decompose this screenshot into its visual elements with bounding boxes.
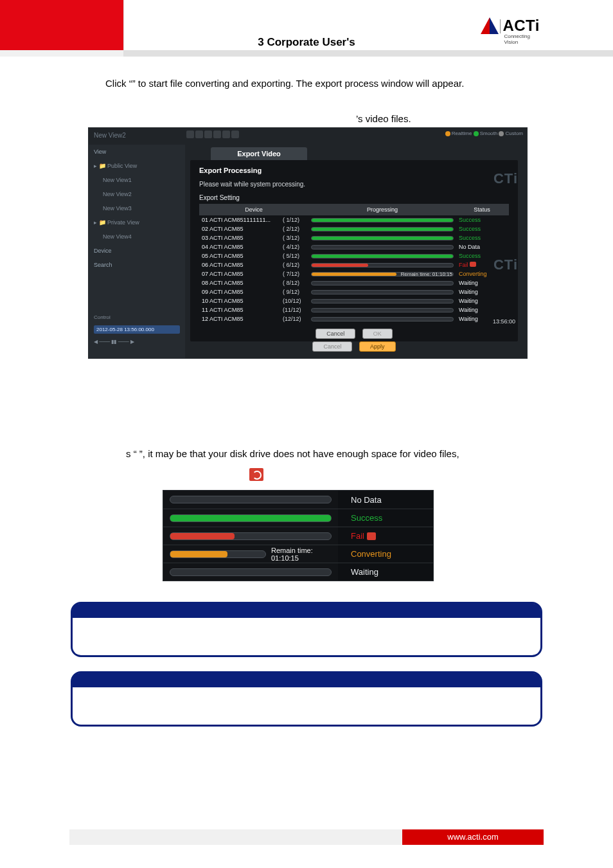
header-gray-rail-inner — [123, 50, 613, 57]
row-status: No Data — [456, 244, 508, 250]
sidebar-public-view[interactable]: ▸ 📁 Public View — [89, 159, 185, 173]
page-header: 3 Corporate User's ACTi Connecting Visio… — [0, 0, 613, 57]
row-count: ( 7/12) — [283, 271, 308, 277]
brand-tagline: Connecting Vision — [504, 33, 540, 45]
clock-label: 13:56:00 — [493, 318, 515, 325]
sidebar-item[interactable]: New View2 — [89, 187, 185, 201]
brand-name: ACTi — [502, 17, 540, 34]
export-row: 01 ACTI ACM851111111...( 1/12)Success — [199, 215, 509, 224]
layout-icon[interactable] — [213, 131, 221, 138]
row-count: ( 6/12) — [283, 262, 308, 268]
brand-logo-mark — [481, 17, 499, 34]
col-progress: Progressing — [308, 204, 456, 215]
row-status: Success — [456, 217, 508, 223]
caption-video-files: ’s video files. — [356, 113, 411, 124]
svg-marker-1 — [490, 17, 499, 34]
legend-status: Converting — [338, 545, 433, 563]
row-progress — [308, 227, 456, 231]
legend-row: Fail — [163, 527, 433, 545]
export-setting-label: Export Setting — [199, 194, 509, 201]
export-row: 06 ACTI ACM85( 6/12)Fail — [199, 260, 509, 269]
note-box-cap — [73, 673, 540, 687]
row-status: Waiting — [456, 298, 508, 304]
row-count: ( 5/12) — [283, 253, 308, 259]
row-progress — [308, 263, 456, 267]
row-device: 08 ACTI ACM85 — [199, 280, 283, 286]
cancel-button[interactable]: Cancel — [315, 329, 355, 339]
para1-pre: Click “ — [105, 78, 132, 89]
export-row: 09 ACTI ACM85( 9/12)Waiting — [199, 287, 509, 296]
row-progress — [308, 254, 456, 258]
legend-row: Waiting — [163, 563, 433, 581]
row-count: ( 8/12) — [283, 280, 308, 286]
control-label: Control — [94, 314, 180, 320]
apply-button[interactable]: Apply — [359, 341, 396, 352]
legend-progress — [163, 568, 338, 576]
sidebar: View ▸ 📁 Public View New View1 New View2… — [89, 145, 185, 312]
row-progress — [308, 299, 456, 303]
row-count: (10/12) — [283, 298, 308, 304]
legend-status: No Data — [338, 491, 433, 509]
export-processing-title: Export Processing — [199, 167, 509, 174]
row-device: 01 ACTI ACM851111111... — [199, 217, 283, 223]
footer-url[interactable]: www.acti.com — [402, 829, 544, 845]
brand-logo: ACTi Connecting Vision — [481, 17, 540, 35]
sidebar-item[interactable]: New View1 — [89, 173, 185, 187]
layout-icon[interactable] — [186, 131, 194, 138]
legend-progress: Remain time: 01:10:15 — [163, 547, 338, 562]
row-count: ( 4/12) — [283, 244, 308, 250]
playback-controls[interactable]: ◀ ─── ▮▮ ─── ▶ — [94, 339, 180, 345]
ok-button[interactable]: OK — [362, 329, 393, 339]
paragraph-fail-note: s “ ”, it may be that your disk drive do… — [126, 446, 544, 462]
row-count: ( 2/12) — [283, 226, 308, 232]
export-row: 04 ACTI ACM85( 4/12)No Data — [199, 242, 509, 251]
row-device: 07 ACTI ACM85 — [199, 271, 283, 277]
svg-marker-0 — [481, 17, 490, 34]
note-box-cap — [73, 604, 540, 618]
row-progress — [308, 236, 456, 240]
window-title: New View2 — [94, 132, 126, 139]
row-progress — [308, 218, 456, 222]
layout-icon[interactable] — [204, 131, 212, 138]
export-panel: Export Processing Please wait while syst… — [190, 160, 518, 341]
legend-row: Remain time: 01:10:15Converting — [163, 545, 433, 563]
export-row: 12 ACTI ACM85(12/12)Waiting — [199, 314, 509, 323]
retry-icon — [249, 468, 263, 481]
row-count: ( 1/12) — [283, 217, 308, 223]
sidebar-private-view[interactable]: ▸ 📁 Private View — [89, 215, 185, 230]
export-screenshot: New View2 Realtime Smooth Custom View ▸ … — [88, 127, 528, 359]
row-device: 09 ACTI ACM85 — [199, 289, 283, 295]
row-device: 11 ACTI ACM85 — [199, 307, 283, 313]
brand-divider — [500, 19, 501, 33]
row-status: Waiting — [456, 280, 508, 286]
legend-row: Success — [163, 509, 433, 527]
export-row: 10 ACTI ACM85(10/12)Waiting — [199, 296, 509, 305]
export-row: 07 ACTI ACM85( 7/12)Remain time: 01:10:1… — [199, 269, 509, 278]
layout-icon[interactable] — [222, 131, 230, 138]
row-status: Waiting — [456, 307, 508, 313]
layout-icon[interactable] — [231, 131, 239, 138]
export-row: 03 ACTI ACM85( 3/12)Success — [199, 233, 509, 242]
export-row: 05 ACTI ACM85( 5/12)Success — [199, 251, 509, 260]
sidebar-search-label: Search — [89, 258, 185, 272]
legend-status: Waiting — [338, 563, 433, 581]
row-count: ( 3/12) — [283, 235, 308, 241]
export-processing-msg: Please wait while system processing. — [199, 181, 509, 188]
layout-icon[interactable] — [195, 131, 203, 138]
row-device: 06 ACTI ACM85 — [199, 262, 283, 268]
row-progress: Remain time: 01:10:15 — [308, 272, 456, 276]
row-progress — [308, 317, 456, 321]
cancel2-button[interactable]: Cancel — [312, 341, 352, 352]
legend-status: Fail — [338, 527, 433, 545]
row-progress — [308, 245, 456, 249]
row-count: (12/12) — [283, 316, 308, 322]
status-legend: No DataSuccessFail Remain time: 01:10:15… — [163, 490, 434, 581]
sidebar-item[interactable]: New View3 — [89, 201, 185, 215]
sidebar-device-label: Device — [89, 244, 185, 258]
sidebar-item[interactable]: New View4 — [89, 230, 185, 244]
dialog-title-bar: Export Video — [211, 147, 307, 160]
row-progress — [308, 290, 456, 294]
sidebar-view-label: View — [89, 145, 185, 159]
row-device: 03 ACTI ACM85 — [199, 235, 283, 241]
row-device: 02 ACTI ACM85 — [199, 226, 283, 232]
